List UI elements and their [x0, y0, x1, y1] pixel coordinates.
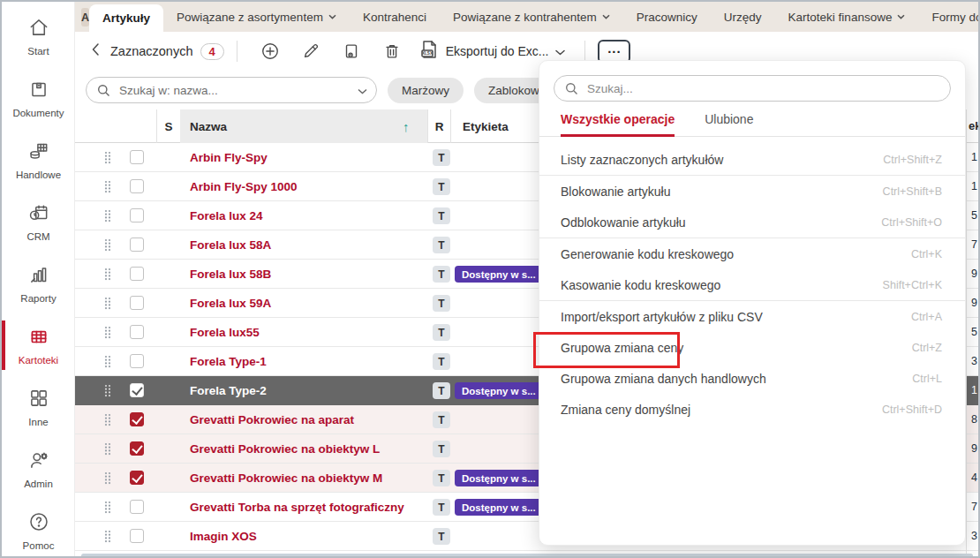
add-button[interactable] [250, 38, 290, 64]
article-name[interactable]: Forela lux 59A [190, 289, 271, 318]
operation-shortcut: Ctrl+Shift+D [882, 403, 942, 416]
article-name[interactable]: Forela Type-1 [190, 347, 267, 376]
sidebar-item-inne[interactable]: Inne [2, 380, 75, 434]
row-checkbox[interactable] [130, 354, 144, 368]
sidebar-item-admin[interactable]: Admin [2, 441, 75, 496]
operation-label: Import/eksport artykułów z pliku CSV [561, 310, 763, 324]
delete-button[interactable] [372, 38, 412, 64]
row-checkbox[interactable] [130, 179, 144, 193]
operation-menu-item[interactable]: Import/eksport artykułów z pliku CSV Ctr… [539, 301, 965, 332]
drag-handle-icon[interactable] [104, 442, 111, 459]
operation-menu-item[interactable]: Blokowanie artykułu Ctrl+Shift+B [539, 176, 965, 207]
row-checkbox[interactable] [130, 208, 144, 222]
operations-search[interactable] [554, 75, 951, 102]
column-header-nazwa[interactable]: Nazwa [180, 109, 427, 143]
tab-favorites[interactable]: Ulubione [705, 112, 753, 134]
operation-menu-item[interactable]: Grupowa zmiana danych handlowych Ctrl+L [539, 363, 965, 394]
module-tab-2[interactable]: Powiązane z asortymentem [163, 2, 350, 32]
article-name[interactable]: Arbin Fly-Spy 1000 [190, 172, 298, 201]
drag-handle-icon[interactable] [104, 413, 111, 430]
row-checkbox[interactable] [130, 150, 144, 164]
clipped-value: 5 [971, 326, 977, 338]
article-name[interactable]: Forela lux 58B [190, 260, 271, 289]
module-tab-3[interactable]: Kontrahenci [350, 2, 440, 32]
module-tab-5[interactable]: Pracownicy [623, 2, 711, 32]
column-header-s[interactable]: S [156, 109, 180, 143]
article-name[interactable]: Forela lux 58A [190, 230, 271, 260]
operation-menu-item[interactable]: Zmiana ceny domyślnej Ctrl+Shift+D [539, 394, 965, 425]
row-checkbox[interactable] [130, 325, 144, 339]
drag-handle-icon[interactable] [104, 530, 111, 547]
sidebar-item-kartoteki[interactable]: Kartoteki [2, 318, 75, 373]
drag-handle-icon[interactable] [104, 501, 111, 517]
clipped-value: 9 [971, 268, 977, 280]
clipped-value: 7 [971, 501, 977, 513]
article-name[interactable]: Grevatti Pokrowiec na obiektyw L [190, 434, 380, 464]
sidebar-item-dokumenty[interactable]: Dokumenty [2, 71, 75, 125]
type-badge: T [433, 353, 450, 370]
article-name[interactable]: Grevatti Torba na sprzęt fotograficzny [190, 493, 404, 522]
back-chevron-icon[interactable] [87, 39, 103, 64]
type-badge: T [433, 266, 450, 283]
drag-handle-icon[interactable] [104, 297, 111, 313]
article-name[interactable]: Grevatti Pokrowiec na obiektyw M [190, 464, 382, 493]
operations-dropdown: Wszystkie operacje Ulubione Listy zaznac… [539, 60, 966, 546]
article-name[interactable]: Grevatti Pokrowiec na aparat [190, 405, 354, 434]
xlsx-file-icon: XLSX [419, 39, 439, 64]
article-name[interactable]: Forela lux 24 [190, 201, 263, 230]
horizontal-scrollbar[interactable] [81, 554, 973, 558]
drag-handle-icon[interactable] [104, 355, 111, 372]
operation-menu-item[interactable]: Generowanie kodu kreskowego Ctrl+K [539, 238, 965, 269]
operation-menu-item[interactable]: Listy zaznaczonych artykułów Ctrl+Shift+… [539, 144, 965, 175]
drag-handle-icon[interactable] [104, 209, 111, 226]
table-search[interactable] [86, 77, 377, 103]
drag-handle-icon[interactable] [104, 151, 111, 168]
operation-label: Generowanie kodu kreskowego [561, 247, 734, 261]
row-checkbox[interactable] [130, 383, 144, 397]
sidebar-item-start[interactable]: Start [2, 9, 75, 64]
drag-handle-icon[interactable] [104, 268, 111, 284]
drag-handle-icon[interactable] [104, 180, 111, 197]
row-checkbox[interactable] [130, 441, 144, 456]
coins-table-icon [27, 140, 50, 166]
module-tab-8[interactable]: Formy dostawy [918, 2, 980, 32]
sidebar-item-pomoc[interactable]: Pomoc [2, 503, 75, 558]
article-name[interactable]: Forela lux55 [190, 318, 260, 347]
drag-handle-icon[interactable] [104, 384, 111, 401]
edit-button[interactable] [290, 38, 331, 64]
row-checkbox[interactable] [130, 500, 144, 514]
operation-menu-item[interactable]: Odblokowanie artykułu Ctrl+Shift+O [539, 207, 965, 238]
duplicate-button[interactable] [331, 38, 372, 64]
module-tab-1[interactable]: Artykuły [89, 4, 163, 32]
operations-search-input[interactable] [585, 81, 939, 96]
tab-all-operations[interactable]: Wszystkie operacje [561, 112, 675, 137]
drag-handle-icon[interactable] [104, 238, 111, 255]
search-input[interactable] [117, 83, 358, 98]
row-checkbox[interactable] [130, 238, 144, 252]
drag-handle-icon[interactable] [104, 326, 111, 343]
drag-handle-icon[interactable] [104, 471, 111, 488]
row-checkbox[interactable] [130, 267, 144, 281]
row-checkbox[interactable] [130, 529, 144, 543]
article-name[interactable]: Forela Type-2 [190, 376, 267, 405]
module-tab-7[interactable]: Kartoteki finansowe [775, 2, 919, 32]
type-badge: T [433, 324, 450, 341]
sidebar-item-raporty[interactable]: Raporty [2, 256, 75, 311]
module-tab-4[interactable]: Powiązane z kontrahentem [440, 2, 623, 32]
column-header-r[interactable]: R [427, 109, 450, 143]
module-tab-6[interactable]: Urzędy [711, 2, 775, 32]
sidebar-item-crm[interactable]: CRM [2, 194, 75, 249]
row-checkbox[interactable] [130, 412, 144, 426]
filter-chip[interactable]: Marżowy [388, 78, 464, 103]
article-name[interactable]: Imagin XOS [190, 522, 257, 551]
operation-menu-item[interactable]: Kasowanie kodu kreskowego Shift+Ctrl+K [539, 269, 965, 300]
availability-badge: Dostępny w s... [455, 470, 543, 486]
toolbar-divider [584, 41, 585, 62]
sidebar-item-handlowe[interactable]: Handlowe [2, 132, 75, 187]
row-checkbox[interactable] [130, 296, 144, 310]
sidebar-item-label: Raporty [20, 293, 56, 304]
operation-menu-item[interactable]: Grupowa zmiana ceny Ctrl+Z [539, 332, 965, 363]
row-checkbox[interactable] [130, 471, 144, 485]
article-name[interactable]: Arbin Fly-Spy [190, 143, 268, 172]
sort-ascending-icon[interactable]: ↑ [403, 109, 410, 143]
